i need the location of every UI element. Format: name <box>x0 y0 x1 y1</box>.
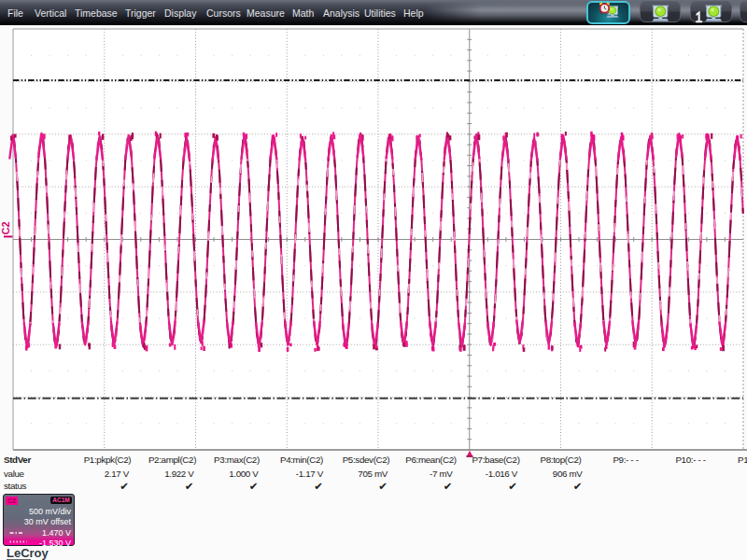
svg-text:C2: C2 <box>0 221 11 234</box>
